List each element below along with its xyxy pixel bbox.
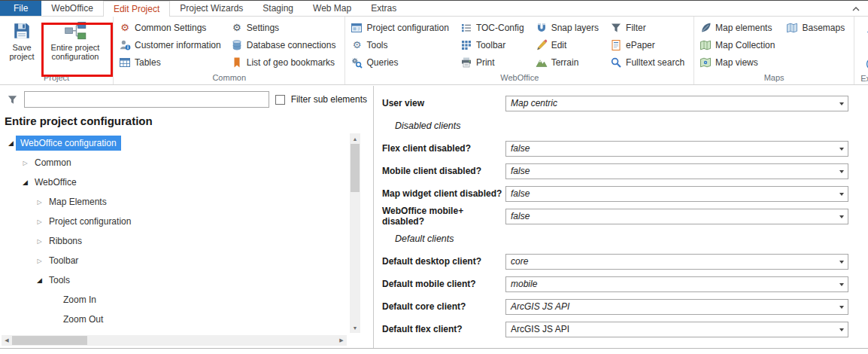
expander-expanded-icon[interactable]: ◢ [35, 276, 44, 284]
default-core-client-dropdown[interactable]: ArcGIS JS API [505, 299, 848, 315]
tree-item[interactable]: ◢ WebOffice configuration [0, 133, 373, 153]
toolbar-label: Toolbar [476, 40, 505, 50]
tools-button[interactable]: ⚙ Tools [348, 37, 454, 53]
field-label: Default core client? [382, 301, 505, 312]
dropdown-arrow-icon [839, 148, 844, 153]
settings-button[interactable]: ⚙ Settings [229, 20, 342, 35]
user-view-dropdown[interactable]: Map centric [505, 96, 848, 111]
scroll-right-arrow[interactable]: ▶ [336, 335, 347, 346]
funnel-icon [610, 22, 622, 34]
extern-pin-button[interactable] [864, 20, 868, 37]
scroll-down-arrow[interactable]: ▼ [350, 322, 360, 333]
map-widget-client-disabled-dropdown[interactable]: false [505, 186, 848, 202]
print-button[interactable]: Print [458, 54, 530, 70]
tree-filter-input[interactable] [24, 91, 269, 108]
expander-collapsed-icon[interactable]: ▷ [35, 218, 44, 225]
default-flex-client-dropdown[interactable]: ArcGIS JS API [505, 322, 848, 337]
extern-locate-button[interactable] [864, 38, 868, 55]
field-label: Flex client disabled? [382, 143, 505, 154]
form-row-flex-disabled: Flex client disabled? false [382, 137, 848, 160]
funnel-filter-icon[interactable] [6, 93, 18, 105]
tab-project-wizards[interactable]: Project Wizards [170, 1, 253, 16]
queries-button[interactable]: Queries [348, 54, 454, 70]
edit-label: Edit [551, 40, 567, 50]
snap-layers-button[interactable]: Snap layers [533, 20, 605, 35]
section-heading-default-clients: Default clients [382, 227, 848, 250]
weboffice-mobileplus-disabled-dropdown[interactable]: false [505, 209, 848, 224]
vertical-scroll-thumb[interactable] [351, 144, 360, 192]
tree-item[interactable]: ▷ Toolbar [0, 251, 373, 270]
tab-weboffice[interactable]: WebOffice [41, 1, 103, 16]
settings-label: Settings [247, 23, 279, 33]
field-label: Default flex client? [382, 324, 505, 334]
filter-button[interactable]: Filter [608, 20, 690, 35]
basemap-icon [786, 22, 798, 34]
save-project-button[interactable]: Save project [3, 18, 41, 69]
epaper-button[interactable]: ePaper [608, 37, 690, 53]
pencil-icon [536, 39, 548, 51]
flex-client-disabled-dropdown[interactable]: false [505, 141, 848, 157]
expander-collapsed-icon[interactable]: ▷ [35, 199, 44, 206]
map-elements-button[interactable]: Map elements [697, 20, 781, 35]
map-collection-button[interactable]: Map Collection [697, 37, 781, 53]
field-label: User view [382, 98, 505, 108]
edit-button[interactable]: Edit [533, 37, 605, 53]
customer-information-button[interactable]: Customer information [117, 37, 227, 53]
dropdown-arrow-icon [839, 193, 844, 198]
basemaps-button[interactable]: Basemaps [784, 20, 851, 35]
tree-item[interactable]: ◢ Tools [0, 270, 373, 290]
queries-label: Queries [366, 57, 398, 68]
project-configuration-button[interactable]: Project configuration [348, 20, 454, 35]
tree-item[interactable]: ▷ Map Elements [0, 192, 373, 212]
toc-config-label: TOC-Config [476, 23, 524, 33]
tab-file[interactable]: File [0, 1, 41, 16]
print-label: Print [476, 57, 495, 68]
customer-information-label: Customer information [135, 40, 221, 50]
database-connections-label: Database connections [247, 40, 336, 50]
map-views-button[interactable]: Map views [697, 54, 781, 70]
mobile-client-disabled-dropdown[interactable]: false [505, 163, 848, 179]
filter-sub-elements-checkbox[interactable] [275, 95, 285, 105]
tab-extras[interactable]: Extras [361, 1, 406, 16]
extern-search-button[interactable] [864, 56, 868, 73]
tree-item[interactable]: ▷ Ribbons [0, 231, 373, 251]
tables-button[interactable]: Tables [117, 54, 227, 70]
dropdown-arrow-icon [839, 102, 844, 108]
default-mobile-client-dropdown[interactable]: mobile [505, 276, 848, 292]
tree-item[interactable]: Zoom Out [0, 310, 373, 329]
toc-config-button[interactable]: TOC-Config [458, 20, 530, 35]
horizontal-scroll-thumb[interactable] [12, 336, 87, 345]
tab-web-map[interactable]: Web Map [303, 1, 361, 16]
ribbon-group-weboffice: Project configuration ⚙ Tools Queries [345, 17, 694, 84]
default-desktop-client-dropdown[interactable]: core [505, 254, 848, 270]
tree-item[interactable]: ◢ WebOffice [0, 172, 373, 192]
form-row-mobile-disabled: Mobile client disabled? false [382, 160, 848, 182]
entire-project-configuration-button[interactable]: Entire project configuration [41, 18, 110, 69]
tab-staging[interactable]: Staging [253, 1, 303, 16]
fulltext-search-button[interactable]: Fulltext search [608, 54, 690, 70]
database-connections-button[interactable]: Database connections [229, 37, 342, 53]
properties-form-panel: User view Map centric Disabled clients F… [374, 86, 868, 348]
expander-collapsed-icon[interactable]: ▷ [20, 160, 30, 166]
common-settings-button[interactable]: ⚙ Common Settings [117, 20, 227, 35]
form-row-user-view: User view Map centric [382, 92, 848, 114]
tools-label: Tools [366, 40, 387, 50]
floppy-disk-icon [12, 21, 32, 41]
expander-expanded-icon[interactable]: ◢ [6, 139, 16, 147]
tree-item[interactable]: ▷ Project configuration [0, 212, 373, 231]
scroll-up-arrow[interactable]: ▲ [350, 133, 360, 144]
project-group-body: Save project Entire project configuratio… [3, 18, 110, 69]
expander-collapsed-icon[interactable]: ▷ [35, 258, 44, 264]
tree-item[interactable]: Zoom In [0, 290, 373, 310]
geo-bookmarks-button[interactable]: List of geo bookmarks [229, 54, 342, 70]
tree-item[interactable]: ▷ Common [0, 153, 373, 172]
expander-collapsed-icon[interactable]: ▷ [35, 238, 44, 245]
dropdown-arrow-icon [839, 215, 844, 221]
gear-icon: ⚙ [231, 22, 243, 34]
tab-edit-project[interactable]: Edit Project [103, 1, 170, 17]
toolbar-button[interactable]: Toolbar [458, 37, 530, 53]
scroll-left-arrow[interactable]: ◀ [2, 335, 12, 346]
collapse-ribbon-button[interactable] [850, 5, 862, 14]
terrain-button[interactable]: Terrain [533, 54, 605, 70]
expander-expanded-icon[interactable]: ◢ [20, 179, 30, 186]
